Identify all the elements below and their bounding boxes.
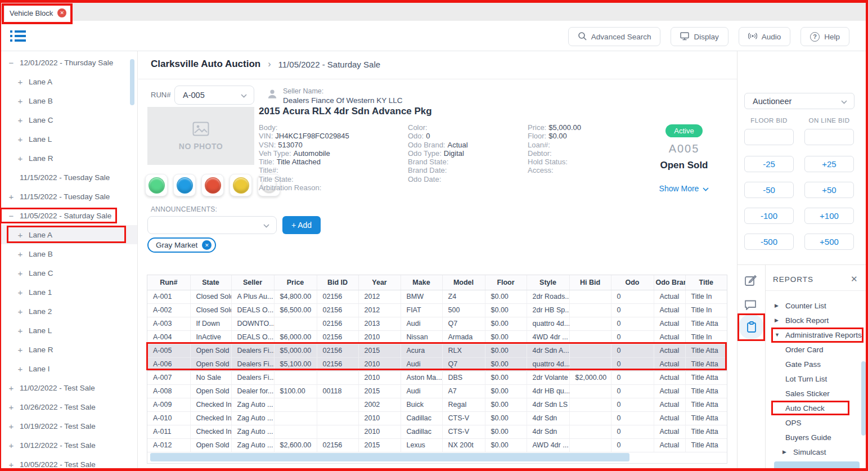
tree-toggle-icon[interactable]: − bbox=[7, 58, 15, 68]
floor-bid-decrease-button[interactable]: -100 bbox=[744, 208, 794, 224]
tree-toggle-icon[interactable]: + bbox=[16, 345, 24, 355]
announcements-select[interactable] bbox=[147, 216, 277, 234]
table-row[interactable]: A-004InActiveDEALS O...$6,000.0002156201… bbox=[147, 330, 727, 344]
status-light-button[interactable] bbox=[230, 174, 252, 196]
auctioneer-select[interactable]: Auctioneer bbox=[744, 93, 854, 109]
tree-toggle-icon[interactable]: + bbox=[16, 364, 24, 374]
tree-toggle-icon[interactable]: + bbox=[16, 230, 24, 240]
column-header[interactable]: Price bbox=[274, 275, 317, 290]
floor-bid-decrease-button[interactable]: -500 bbox=[744, 234, 794, 250]
tree-toggle-icon[interactable]: + bbox=[16, 288, 24, 297]
table-row[interactable]: A-012Open SoldZag Auto ...$2,600.0002156… bbox=[147, 438, 727, 452]
sidebar-item[interactable]: + Lane L bbox=[0, 129, 137, 149]
status-light-button[interactable] bbox=[145, 174, 168, 196]
sidebar-item[interactable]: + Lane B bbox=[0, 91, 137, 110]
status-light-button[interactable] bbox=[201, 174, 224, 196]
show-more-link[interactable]: Show More bbox=[659, 184, 709, 193]
report-item[interactable]: OPS bbox=[765, 415, 862, 430]
sidebar-item[interactable]: + Lane R bbox=[0, 149, 137, 168]
report-item[interactable]: ▶ Block Report bbox=[765, 313, 862, 328]
tree-toggle-icon[interactable]: + bbox=[16, 249, 24, 259]
column-header[interactable]: Floor bbox=[485, 275, 527, 290]
sidebar-item[interactable]: + Lane 1 bbox=[0, 282, 137, 302]
report-item[interactable]: ▶ Counter List bbox=[765, 298, 862, 313]
tree-toggle-icon[interactable]: + bbox=[16, 115, 24, 125]
tree-toggle-icon[interactable]: + bbox=[16, 326, 24, 335]
column-header[interactable]: Seller bbox=[231, 275, 274, 290]
tree-toggle-icon[interactable]: + bbox=[7, 441, 15, 450]
report-item[interactable]: Sales Sticker bbox=[765, 386, 862, 401]
sidebar-item[interactable]: + Lane B bbox=[0, 244, 137, 263]
tab-vehicle-block[interactable]: Vehicle Block ✕ bbox=[5, 5, 71, 21]
tree-toggle-icon[interactable]: + bbox=[16, 96, 24, 106]
edit-icon[interactable] bbox=[744, 274, 757, 290]
sidebar-item[interactable]: + Lane C bbox=[0, 263, 137, 282]
tree-toggle-icon[interactable]: + bbox=[7, 383, 15, 393]
tree-toggle-icon[interactable]: + bbox=[16, 154, 24, 163]
sidebar-item[interactable]: + 11/02/2022 - Test Sale bbox=[0, 378, 137, 397]
report-item[interactable]: Auto Check bbox=[765, 401, 862, 415]
column-header[interactable]: Title bbox=[685, 275, 727, 290]
table-row[interactable]: A-003If DownDOWNTO...021562013AudiQ7$0.0… bbox=[147, 317, 727, 330]
sidebar-item[interactable]: 11/15/2022 - Tuesday Sale bbox=[0, 168, 137, 187]
reports-clipboard-icon[interactable] bbox=[739, 314, 764, 339]
table-row[interactable]: A-005Open SoldDealers Fi...$5,000.000215… bbox=[147, 344, 727, 357]
tree-toggle-icon[interactable]: + bbox=[7, 460, 15, 469]
sidebar-item[interactable]: + Lane 2 bbox=[0, 302, 137, 321]
sidebar-item[interactable]: − 12/01/2022 - Thursday Sale bbox=[0, 53, 137, 72]
online-bid-increase-button[interactable]: +100 bbox=[804, 208, 854, 224]
floor-bid-decrease-button[interactable]: -50 bbox=[744, 182, 794, 198]
column-header[interactable]: Bid ID bbox=[317, 275, 358, 290]
sidebar-item[interactable]: + 10/12/2022 - Test Sale bbox=[0, 436, 137, 455]
sidebar-item[interactable]: + Lane R bbox=[0, 340, 137, 359]
tree-toggle-icon[interactable]: − bbox=[7, 211, 15, 221]
report-item[interactable]: ▼ Administrative Reports bbox=[765, 328, 862, 342]
add-announcement-button[interactable]: + Add bbox=[282, 216, 321, 234]
table-row[interactable]: A-001Closed SoldA Plus Au...$4,800.00021… bbox=[147, 290, 727, 303]
advanced-search-button[interactable]: Advanced Search bbox=[568, 27, 661, 46]
sidebar-item[interactable]: + Lane L bbox=[0, 321, 137, 340]
display-button[interactable]: Display bbox=[671, 27, 728, 46]
table-row[interactable]: A-002Closed SoldDEALS O...$6,500.0002156… bbox=[147, 303, 727, 317]
reports-partial-button[interactable] bbox=[774, 461, 860, 471]
column-header[interactable]: Model bbox=[442, 275, 485, 290]
tree-toggle-icon[interactable]: + bbox=[16, 77, 24, 87]
table-row[interactable]: A-008Open SoldDealer for...$100.00001182… bbox=[147, 384, 727, 398]
menu-icon[interactable] bbox=[10, 29, 26, 43]
audio-button[interactable]: Audio bbox=[739, 27, 791, 46]
sidebar-scrollbar[interactable] bbox=[130, 59, 134, 105]
table-row[interactable]: A-011Checked InZag Auto ...2010CadillacC… bbox=[147, 425, 727, 438]
sidebar-item[interactable]: + Lane I bbox=[0, 359, 137, 378]
floor-bid-decrease-button[interactable]: -25 bbox=[744, 156, 794, 172]
column-header[interactable]: Make bbox=[401, 275, 442, 290]
sidebar-item[interactable]: − 11/05/2022 - Saturday Sale bbox=[0, 206, 137, 225]
sidebar-item[interactable]: + Lane A bbox=[0, 72, 137, 91]
column-header[interactable]: Year bbox=[358, 275, 401, 290]
table-row[interactable]: A-007No SaleDealers Fi...2010Aston Ma...… bbox=[147, 371, 727, 384]
report-item[interactable]: Buyers Guide bbox=[765, 430, 862, 445]
report-item[interactable]: Gate Pass bbox=[765, 357, 862, 371]
tree-toggle-icon[interactable]: + bbox=[16, 268, 24, 278]
column-header[interactable]: Run# bbox=[147, 275, 190, 290]
sidebar-item[interactable]: + Lane C bbox=[0, 110, 137, 129]
column-header[interactable]: State bbox=[190, 275, 231, 290]
sidebar-item[interactable]: + 10/05/2022 - Test Sale bbox=[0, 455, 137, 471]
close-icon[interactable]: ✕ bbox=[851, 274, 858, 284]
column-header[interactable]: Odo bbox=[611, 275, 654, 290]
run-number-select[interactable]: A-005 bbox=[174, 86, 254, 105]
tab-close-icon[interactable]: ✕ bbox=[57, 8, 66, 17]
tree-toggle-icon[interactable]: + bbox=[7, 192, 15, 201]
breadcrumb-auction-name[interactable]: Clarksville Auto Auction bbox=[151, 59, 260, 70]
column-header[interactable]: Odo Brand bbox=[654, 275, 685, 290]
sidebar-item[interactable]: + 10/26/2022 - Test Sale bbox=[0, 397, 137, 416]
table-row[interactable]: A-009Checked InZag Auto ...2002BuickRega… bbox=[147, 398, 727, 411]
comment-icon[interactable] bbox=[744, 298, 757, 314]
table-horizontal-scrollbar[interactable] bbox=[150, 453, 629, 461]
floor-bid-input[interactable] bbox=[744, 129, 794, 145]
help-button[interactable]: ? Help bbox=[800, 27, 849, 46]
report-item[interactable]: Lot Turn List bbox=[765, 371, 862, 386]
online-bid-input[interactable] bbox=[804, 129, 854, 145]
online-bid-increase-button[interactable]: +25 bbox=[804, 156, 854, 172]
tree-toggle-icon[interactable]: + bbox=[7, 421, 15, 431]
tree-toggle-icon[interactable]: + bbox=[16, 134, 24, 144]
